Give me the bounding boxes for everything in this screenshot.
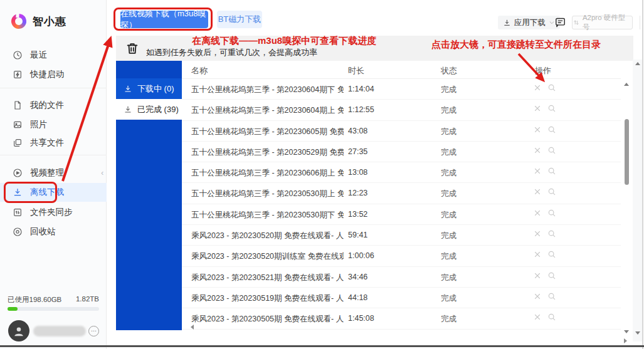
sidebar-item-recycle-bin[interactable]: 回收站 bbox=[0, 222, 107, 241]
table-scroll-right-arrow[interactable] bbox=[624, 338, 627, 343]
sidebar-item-folder-sync[interactable]: 文件夹同步 bbox=[0, 203, 107, 222]
row-name: 五十公里桃花坞第三季 - 第20230604期上 免费在线观看 bbox=[191, 105, 344, 116]
locate-file-magnifier-icon[interactable] bbox=[547, 313, 556, 321]
table-row[interactable]: 五十公里桃花坞第三季 - 第20230605期 免费在线观看-43:08完成 bbox=[182, 121, 621, 142]
table-row[interactable]: 乘风2023 - 第20230505期 免费在线观看- 人人影视-人人1:45:… bbox=[182, 308, 621, 329]
sidebar-item-quick-launch[interactable]: 快捷启动 bbox=[0, 65, 107, 84]
table-scrollbar-thumb[interactable] bbox=[625, 119, 629, 185]
photo-icon bbox=[13, 120, 23, 130]
locate-file-magnifier-icon[interactable] bbox=[547, 104, 556, 113]
device-model-label: A2pro 硬件型号 bbox=[583, 13, 632, 32]
table-row[interactable]: 乘风2023 - 第20230520期训练室 免费在线观看- 人人影1:00:0… bbox=[182, 246, 621, 266]
row-duration: 13:52 bbox=[348, 210, 367, 219]
locate-file-magnifier-icon[interactable] bbox=[547, 167, 556, 175]
window-right-edge bbox=[642, 0, 643, 349]
download-status-panel: 下载中 (0) 已完成 (39) bbox=[116, 61, 182, 330]
delete-task-icon[interactable] bbox=[533, 292, 542, 301]
locate-file-magnifier-icon[interactable] bbox=[547, 209, 556, 217]
row-name: 五十公里桃花坞第三季 - 第20230530期上 免费在线观看 bbox=[191, 189, 344, 199]
shared-files-icon bbox=[13, 138, 23, 148]
table-row[interactable]: 乘风2023 - 第20230520期 免费在线观看- 人人影视-人人59:41… bbox=[182, 225, 621, 246]
table-scroll-down-arrow[interactable] bbox=[624, 330, 629, 333]
locate-file-magnifier-icon[interactable] bbox=[547, 250, 556, 259]
delete-task-icon[interactable] bbox=[533, 313, 542, 321]
table-row[interactable]: 五十公里桃花坞第三季 - 第20230530期上 免费在线观看12:23完成 bbox=[182, 183, 621, 204]
col-status: 状态 bbox=[441, 65, 457, 76]
table-row[interactable]: 乘风2023 - 第20230521期 免费在线观看- 人人影视-人人34:46… bbox=[182, 267, 621, 288]
sidebar-item-label: 最近 bbox=[30, 49, 47, 61]
delete-task-icon[interactable] bbox=[533, 104, 542, 113]
table-row[interactable]: 五十公里桃花坞第三季 - 第20230530期下 免费在线观看13:52完成 bbox=[182, 204, 621, 225]
sidebar-item-shared-files[interactable]: 共享文件 bbox=[0, 133, 107, 152]
page-scrollbar[interactable] bbox=[633, 60, 643, 341]
table-row[interactable]: 乘风2023 - 第20230519期 免费在线观看- 人人影视-人人44:18… bbox=[182, 288, 621, 308]
delete-task-icon[interactable] bbox=[533, 229, 542, 238]
row-duration: 1:12:55 bbox=[348, 105, 374, 114]
table-row[interactable]: 五十公里桃花坞第三季 - 第20230606期上 免费在线观看13:08完成 bbox=[182, 162, 621, 183]
table-scroll-left-arrow[interactable] bbox=[191, 325, 194, 330]
annotation-box-online-tab bbox=[113, 8, 213, 31]
row-status: 完成 bbox=[441, 105, 457, 116]
feedback-message-icon[interactable] bbox=[554, 16, 566, 28]
table-row[interactable]: 五十公里桃花坞第三季 - 第20230604期上 免费在线观看1:12:55完成 bbox=[182, 100, 621, 120]
row-name: 乘风2023 - 第20230519期 免费在线观看- 人人影视-人人 bbox=[191, 293, 344, 304]
logo-ring-icon bbox=[9, 12, 28, 30]
row-name: 五十公里桃花坞第三季 - 第20230530期下 免费在线观看 bbox=[191, 210, 344, 221]
tab-bt-magnet-download[interactable]: BT磁力下载 bbox=[217, 11, 262, 28]
delete-task-icon[interactable] bbox=[533, 209, 542, 217]
storage-info: 已使用198.60GB 1.82TB bbox=[8, 295, 99, 305]
tab-downloading[interactable]: 下载中 (0) bbox=[116, 78, 182, 99]
row-name: 五十公里桃花坞第三季 - 第20230529期 免费在线观看- bbox=[191, 147, 344, 158]
download-icon bbox=[124, 85, 132, 93]
page-scroll-down-arrow[interactable] bbox=[635, 331, 640, 335]
row-status: 完成 bbox=[441, 210, 457, 221]
app-logo: 智小惠 bbox=[11, 14, 66, 29]
avatar[interactable] bbox=[8, 320, 29, 341]
user-name-redacted bbox=[33, 326, 86, 336]
topbar-divider bbox=[640, 16, 640, 29]
sidebar-item-photos[interactable]: 照片 bbox=[0, 115, 107, 134]
delete-task-icon[interactable] bbox=[533, 250, 542, 259]
recycle-bin-icon bbox=[13, 227, 23, 237]
sidebar-item-label: 文件夹同步 bbox=[30, 207, 73, 218]
delete-task-icon[interactable] bbox=[533, 167, 542, 175]
sidebar-item-my-files[interactable]: 我的文件 bbox=[0, 96, 107, 115]
locate-file-magnifier-icon[interactable] bbox=[547, 187, 556, 196]
annotation-text-m3u8: 在离线下载——m3u8嗅探中可查看下载进度 bbox=[192, 35, 376, 47]
sidebar-item-label: 快捷启动 bbox=[30, 69, 64, 80]
user-menu-ellipsis-icon[interactable]: ⋯ bbox=[88, 326, 99, 336]
row-status: 完成 bbox=[441, 314, 457, 325]
locate-file-magnifier-icon[interactable] bbox=[547, 292, 556, 301]
locate-file-magnifier-icon[interactable] bbox=[547, 83, 556, 92]
sidebar-item-label: 照片 bbox=[30, 119, 47, 130]
app-download-button[interactable]: 应用下载 bbox=[498, 16, 560, 29]
locate-file-magnifier-icon[interactable] bbox=[547, 271, 556, 280]
sidebar-item-label: 视频整理 bbox=[30, 167, 64, 179]
app-window: 智小惠 最近 快捷启动 我的文件 照片 共享文件 视频整理 bbox=[0, 0, 644, 349]
lightning-icon bbox=[13, 70, 23, 80]
delete-task-icon[interactable] bbox=[533, 271, 542, 280]
play-circle-icon bbox=[13, 168, 23, 178]
row-duration: 44:18 bbox=[348, 293, 367, 302]
table-row[interactable]: 五十公里桃花坞第三季 - 第20230604期下 免费在线观看1:14:04完成 bbox=[182, 79, 621, 100]
sidebar-item-recent[interactable]: 最近 bbox=[0, 46, 107, 65]
sidebar-item-video-organize[interactable]: 视频整理 bbox=[0, 164, 107, 182]
delete-task-icon[interactable] bbox=[533, 187, 542, 196]
trash-icon[interactable] bbox=[125, 41, 139, 55]
tab-completed[interactable]: 已完成 (39) bbox=[116, 99, 182, 120]
page-scroll-up-arrow[interactable] bbox=[635, 62, 640, 65]
delete-task-icon[interactable] bbox=[533, 146, 542, 155]
table-scroll-up-arrow[interactable] bbox=[624, 83, 629, 86]
table-row[interactable]: 五十公里桃花坞第三季 - 第20230529期 免费在线观看-27:35完成 bbox=[182, 142, 621, 162]
sidebar-collapse-icon[interactable]: ‹ bbox=[101, 168, 103, 177]
storage-total-label: 1.82TB bbox=[76, 295, 99, 305]
user-account-row[interactable]: ⋯ bbox=[8, 320, 102, 343]
device-model-button[interactable]: A2pro 硬件型号 bbox=[572, 16, 633, 29]
locate-file-magnifier-icon[interactable] bbox=[547, 125, 556, 134]
locate-file-magnifier-icon[interactable] bbox=[547, 229, 556, 238]
row-duration: 12:23 bbox=[348, 189, 367, 197]
row-status: 完成 bbox=[441, 127, 457, 137]
delete-task-icon[interactable] bbox=[533, 125, 542, 134]
locate-file-magnifier-icon[interactable] bbox=[547, 146, 556, 155]
delete-task-icon[interactable] bbox=[533, 83, 542, 92]
